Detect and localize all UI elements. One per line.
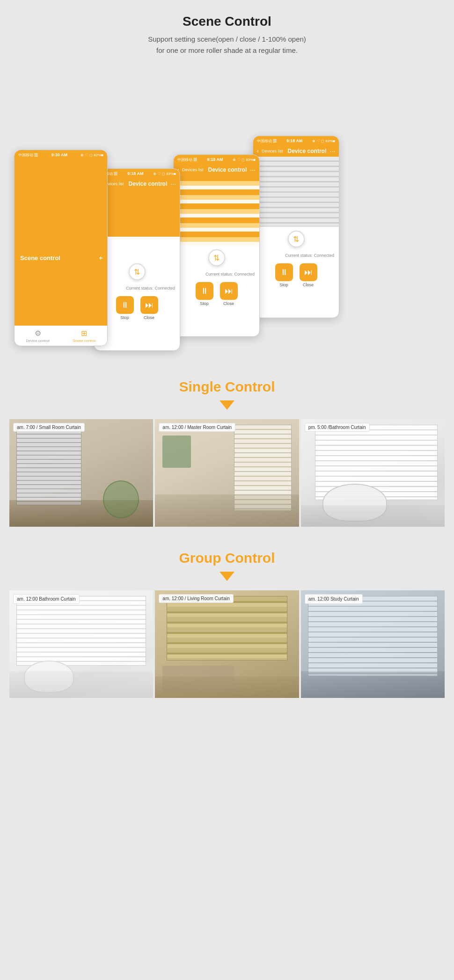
phone3-close-btn[interactable]: ⏭ Close: [220, 282, 238, 306]
phone2-close-icon: ⏭: [140, 296, 158, 314]
master-room-plant: [162, 436, 191, 468]
small-room-bg: [9, 419, 153, 527]
group-bathroom-blind: [16, 596, 146, 666]
phone2-stop-icon: ⏸: [116, 296, 134, 314]
phone3-carrier: 中国移动 ☰: [177, 157, 197, 162]
group-living-floor: [155, 676, 299, 698]
single-control-title: Single Control: [9, 379, 445, 395]
group-living-blind: [167, 596, 287, 661]
phone1-tab-device[interactable]: ⚙ Device control: [15, 326, 61, 346]
phone2-close-label: Close: [144, 315, 154, 320]
phone4-stop-label: Stop: [279, 283, 288, 287]
phone3-status-bar: 中国移动 ☰ 9:18 AM ⊕ ♡ ◻ 83%■: [174, 155, 259, 164]
group-bathroom-bg: [9, 590, 153, 698]
phone3-time: 9:18 AM: [207, 157, 223, 162]
phone4-carrier: 中国移动 ☰: [257, 138, 277, 144]
phone1-icons: ⊕ ♡ ◻ 82%■: [81, 153, 103, 157]
group-bathroom-label: am. 12:00 Bathroom Curtain: [13, 594, 80, 604]
master-room-bg: [155, 419, 299, 527]
phone1-scene-title: Scene control: [20, 254, 60, 261]
phone2-close-btn[interactable]: ⏭ Close: [140, 296, 158, 320]
phone3-stop-btn[interactable]: ⏸ Stop: [196, 282, 213, 306]
phone3-close-label: Close: [223, 301, 234, 306]
group-control-arrow: [220, 572, 234, 581]
phone4-back-arrow: ‹: [257, 148, 259, 154]
phone4-status-bar: 中国移动 ☰ 9:18 AM ⊕ ♡ ◻ 83%■: [253, 136, 339, 145]
phone3-close-icon: ⏭: [220, 282, 238, 300]
phone3-blind: [174, 175, 259, 246]
phone4-back-text: Devices list: [262, 149, 283, 153]
scene-control-subtitle-1: Support setting scene(open / close / 1-1…: [9, 34, 445, 45]
scene-control-tab-label: Scene control: [73, 339, 95, 343]
phone3-nav-title: Device control: [208, 167, 247, 173]
phone4-close-btn[interactable]: ⏭ Close: [300, 263, 317, 287]
bathroom-bg: [301, 419, 445, 527]
group-study-blind: [308, 596, 438, 677]
phone3-controls: ⏸ Stop ⏭ Close: [174, 278, 259, 310]
phone4-scroll-btn[interactable]: ⇅: [288, 231, 305, 247]
phone1-carrier: 中国移动 ☰: [18, 152, 38, 158]
group-bathroom-wrapper: am. 12:00 Bathroom Curtain: [9, 590, 153, 698]
phone1-time: 9:30 AM: [51, 152, 67, 157]
phone1-bottom-tabs: ⚙ Device control ⊞ Scene control: [15, 326, 107, 346]
device-control-label: Device control: [26, 339, 50, 343]
phone4-controls: ⏸ Stop ⏭ Close: [253, 260, 339, 291]
phone2-icons: ⊕ ♡ ◻ 83%■: [153, 172, 176, 176]
group-bathroom-floor: [9, 671, 153, 698]
single-control-rooms: am. 7:00 / Small Room Curtain am. 12:00 …: [9, 419, 445, 527]
phone2-stop-btn[interactable]: ⏸ Stop: [116, 296, 134, 320]
phone2-time: 9:18 AM: [127, 171, 143, 176]
phone2-stop-label: Stop: [120, 315, 129, 320]
group-living-bg: [155, 590, 299, 698]
phone1-mockup: 中国移动 ☰ 9:30 AM ⊕ ♡ ◻ 82%■ Scene control …: [14, 150, 108, 346]
scene-control-title: Scene Control: [9, 14, 445, 29]
phone4-dots: ···: [330, 147, 335, 155]
group-control-rooms: am. 12:00 Bathroom Curtain am. 12:00 / L…: [9, 590, 445, 698]
single-control-arrow: [220, 400, 234, 410]
bathroom-label: pm. 5:00 /Bathroom Curtain: [305, 423, 370, 432]
phone4-status: Current status: Connected: [253, 251, 339, 260]
group-control-title: Group Control: [9, 550, 445, 566]
scene-control-section: Scene Control Support setting scene(open…: [0, 0, 454, 65]
device-control-icon: ⚙: [15, 329, 60, 338]
group-living-label: am. 12:00 / Living Room Curtain: [159, 594, 233, 603]
scene-control-subtitle-2: for one or more roller shade at a regula…: [9, 45, 445, 56]
small-room-wrapper: am. 7:00 / Small Room Curtain: [9, 419, 153, 527]
phone2-scroll-btn[interactable]: ⇅: [129, 263, 146, 280]
phone3-nav-bar: ‹ Devices list Device control ···: [174, 164, 259, 175]
phone3-scroll-btn[interactable]: ⇅: [208, 249, 225, 266]
phone4-mockup: 中国移动 ☰ 9:18 AM ⊕ ♡ ◻ 83%■ ‹ Devices list…: [253, 136, 339, 318]
group-study-floor: [301, 671, 445, 698]
phone2-nav-title: Device control: [129, 181, 168, 187]
phone4-icons: ⊕ ♡ ◻ 83%■: [312, 139, 335, 143]
phone3-icons: ⊕ ♡ ◻ 83%■: [233, 158, 256, 162]
master-room-label: am. 12:00 / Master Room Curtain: [159, 423, 235, 432]
master-room-wrapper: am. 12:00 / Master Room Curtain: [155, 419, 299, 527]
phones-container: 中国移动 ☰ 9:18 AM ⊕ ♡ ◻ 83%■ ‹ Devices list…: [0, 75, 454, 365]
phone1-status-bar: 中国移动 ☰ 9:30 AM ⊕ ♡ ◻ 82%■: [15, 150, 107, 160]
phone4-stop-icon: ⏸: [275, 263, 293, 281]
group-study-wrapper: am. 12:00 Study Curtain: [301, 590, 445, 698]
small-room-plant: [103, 480, 139, 518]
phone2-dots: ···: [170, 180, 176, 188]
phone3-stop-icon: ⏸: [196, 282, 213, 300]
phone1-tab-scene[interactable]: ⊞ Scene control: [61, 326, 107, 346]
phone4-nav-title: Device control: [288, 148, 327, 154]
phone4-blind: [253, 157, 339, 227]
small-room-label: am. 7:00 / Small Room Curtain: [13, 423, 85, 432]
group-study-label: am. 12:00 Study Curtain: [305, 594, 363, 604]
phone1-add-btn[interactable]: +: [99, 254, 103, 261]
bathroom-floor: [301, 505, 445, 527]
group-living-wrapper: am. 12:00 / Living Room Curtain: [155, 590, 299, 698]
phone4-stop-btn[interactable]: ⏸ Stop: [275, 263, 293, 287]
single-control-section: Single Control am. 7:00 / Small Room Cur…: [0, 365, 454, 536]
phone3-dots: ···: [250, 166, 256, 174]
small-room-blind: [16, 430, 81, 505]
scene-control-icon: ⊞: [62, 329, 106, 338]
phone4-close-icon: ⏭: [300, 263, 317, 281]
bathroom-wrapper: pm. 5:00 /Bathroom Curtain: [301, 419, 445, 527]
phone4-time: 9:18 AM: [286, 138, 302, 143]
phone3-stop-label: Stop: [200, 301, 209, 306]
phone4-close-label: Close: [303, 283, 314, 287]
group-control-section: Group Control am. 12:00 Bathroom Curtain…: [0, 536, 454, 707]
